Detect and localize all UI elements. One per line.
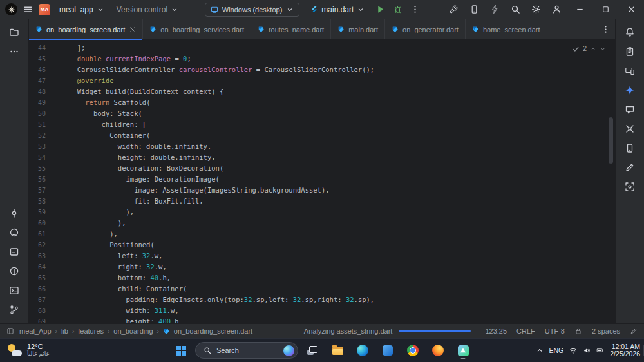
tool-app-insights-button[interactable] <box>620 119 640 138</box>
chrome-icon[interactable] <box>402 341 424 360</box>
tool-windows-icon[interactable] <box>6 327 14 335</box>
run-button[interactable] <box>375 5 385 14</box>
tool-project-button[interactable] <box>4 23 24 41</box>
tab-routes_name.dart[interactable]: routes_name.dart <box>251 19 331 39</box>
maximize-button[interactable] <box>601 5 611 14</box>
tray-chevron-icon[interactable] <box>536 347 544 354</box>
taskbar-search[interactable]: Search <box>195 342 298 359</box>
tab-on_boarding_screen.dart[interactable]: on_boarding_screen.dart <box>29 19 143 39</box>
tool-logcat-button[interactable] <box>4 242 24 261</box>
code-line[interactable]: 60 ), <box>29 218 615 229</box>
code-line[interactable]: 56 image: DecorationImage( <box>29 174 615 185</box>
code-line[interactable]: 46 CarouselSliderController carouselCont… <box>29 64 615 75</box>
breadcrumb-item[interactable]: on_boarding <box>113 327 153 335</box>
vcs-selector[interactable]: Version control <box>113 3 182 16</box>
file-explorer-icon[interactable] <box>327 341 348 360</box>
tool-terminal-button[interactable] <box>4 281 24 300</box>
code-line[interactable]: 58 fit: BoxFit.fill, <box>29 196 615 207</box>
tab-options-icon[interactable] <box>601 24 611 34</box>
tool-screenshot-button[interactable] <box>620 177 640 196</box>
main-menu-icon[interactable] <box>23 5 33 14</box>
caret-position[interactable]: 123:25 <box>485 327 507 335</box>
battery-icon[interactable] <box>596 347 604 354</box>
wifi-icon[interactable] <box>569 347 577 354</box>
volume-icon[interactable] <box>583 347 591 354</box>
lightning-icon[interactable] <box>490 5 500 14</box>
code-line[interactable]: 68 width: 311.w, <box>29 305 615 316</box>
code-line[interactable]: 63 left: 32.w, <box>29 251 615 262</box>
inspections-widget[interactable]: 2 <box>572 43 606 54</box>
close-tab-icon[interactable] <box>129 26 136 33</box>
tab-home_screen.dart[interactable]: home_screen.dart <box>466 19 547 39</box>
tool-gemini-button[interactable] <box>620 81 640 99</box>
breadcrumb-item[interactable]: features <box>78 327 104 335</box>
language-indicator[interactable]: ENG <box>549 347 564 354</box>
device-icon[interactable] <box>469 5 479 14</box>
line-separator[interactable]: CRLF <box>516 327 535 335</box>
code-line[interactable]: 44 ]; <box>29 43 615 53</box>
code-line[interactable]: 47 @override <box>29 75 615 86</box>
debug-button[interactable] <box>393 5 402 14</box>
tab-main.dart[interactable]: main.dart <box>331 19 385 39</box>
indent-style[interactable]: 2 spaces <box>592 327 620 335</box>
code-line[interactable]: 65 bottom: 40.h, <box>29 272 615 283</box>
edge-icon[interactable] <box>352 341 374 360</box>
tool-notifications-button[interactable] <box>620 23 640 41</box>
tool-ai-chat-button[interactable] <box>620 100 640 119</box>
code-line[interactable]: 51 children: [ <box>29 119 615 130</box>
code-line[interactable]: 55 decoration: BoxDecoration( <box>29 163 615 174</box>
account-icon[interactable] <box>552 5 562 14</box>
breadcrumb-item[interactable]: meal_App <box>19 327 52 335</box>
code-line[interactable]: 59 ), <box>29 207 615 218</box>
firefox-icon[interactable] <box>427 341 449 360</box>
tool-more-tools-button[interactable] <box>4 42 24 61</box>
tab-on_boarding_services.dart[interactable]: on_boarding_services.dart <box>143 19 251 39</box>
code-editor[interactable]: 44 ];45 double currentIndexPage = 0;46 C… <box>29 40 615 323</box>
code-line[interactable]: 49 return Scaffold( <box>29 97 615 108</box>
breadcrumb-item[interactable]: on_boarding_screen.dart <box>174 327 252 335</box>
search-icon[interactable] <box>511 5 520 14</box>
code-line[interactable]: 48 Widget build(BuildContext context) { <box>29 86 615 97</box>
code-line[interactable]: 67 padding: EdgeInsets.only(top:32.sp,le… <box>29 294 615 305</box>
status-edit-icon[interactable] <box>630 327 638 335</box>
tool-assistant-button[interactable] <box>620 42 640 61</box>
code-line[interactable]: 57 image: AssetImage(ImagesString.backgr… <box>29 185 615 196</box>
code-line[interactable]: 53 width: double.infinity, <box>29 141 615 152</box>
app-logo-icon[interactable] <box>5 3 17 15</box>
task-view-icon[interactable] <box>301 341 323 360</box>
build-tools-icon[interactable] <box>449 5 459 14</box>
close-button[interactable] <box>627 5 636 14</box>
tool-running-devices-button[interactable] <box>620 61 640 80</box>
tool-commit-button[interactable] <box>4 204 24 222</box>
minimize-button[interactable] <box>575 5 585 14</box>
tool-device-manager-button[interactable] <box>620 138 640 157</box>
tool-edit-button[interactable] <box>620 158 640 176</box>
app-blue-icon[interactable] <box>377 341 399 360</box>
code-line[interactable]: 64 right: 32.w, <box>29 262 615 272</box>
code-line[interactable]: 66 child: Container( <box>29 283 615 294</box>
run-config-selector[interactable]: main.dart <box>307 3 368 16</box>
start-button[interactable] <box>170 341 192 360</box>
tool-problems-button[interactable] <box>4 262 24 280</box>
project-selector[interactable]: meal_app <box>56 3 108 16</box>
clock[interactable]: 12:01 AM 2/25/2026 <box>610 343 640 358</box>
code-line[interactable]: 69 height: 400.h, <box>29 316 615 323</box>
readonly-lock-icon[interactable] <box>574 327 582 335</box>
android-studio-icon[interactable] <box>452 341 474 360</box>
code-line[interactable]: 61 ), <box>29 229 615 240</box>
prev-problem-icon[interactable] <box>590 46 596 52</box>
code-line[interactable]: 62 Positioned( <box>29 240 615 251</box>
code-line[interactable]: 52 Container( <box>29 130 615 141</box>
editor-scrollbar[interactable] <box>609 117 613 164</box>
breadcrumb-item[interactable]: lib <box>61 327 68 335</box>
code-line[interactable]: 50 body: Stack( <box>29 108 615 119</box>
code-line[interactable]: 54 height: double.infinity, <box>29 152 615 163</box>
code-line[interactable]: 45 double currentIndexPage = 0; <box>29 53 615 64</box>
more-run-actions-icon[interactable] <box>410 5 420 14</box>
weather-widget[interactable]: 12°C غائم غالباً <box>3 339 54 362</box>
tool-github-button[interactable] <box>4 223 24 242</box>
device-selector[interactable]: Windows (desktop) <box>205 3 300 17</box>
tool-git-branch-button[interactable] <box>4 300 24 319</box>
settings-icon[interactable] <box>531 5 541 14</box>
next-problem-icon[interactable] <box>600 46 606 52</box>
